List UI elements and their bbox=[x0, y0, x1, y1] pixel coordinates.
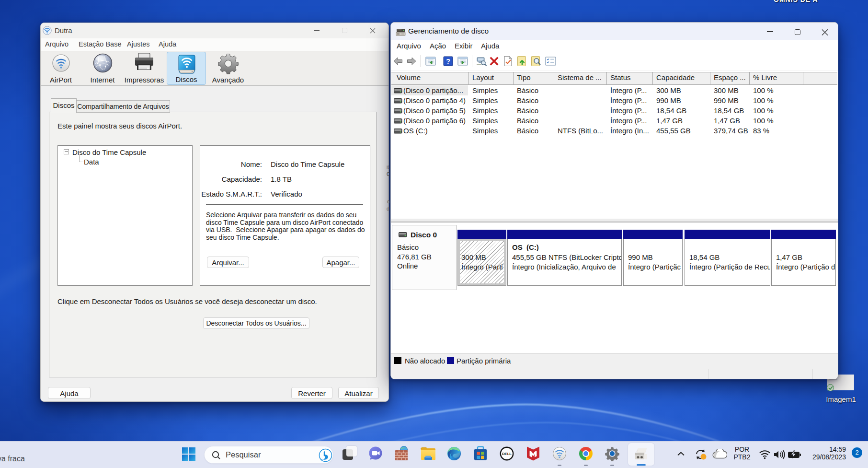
svg-text:?: ? bbox=[446, 57, 450, 65]
svg-text:DELL: DELL bbox=[502, 452, 512, 456]
